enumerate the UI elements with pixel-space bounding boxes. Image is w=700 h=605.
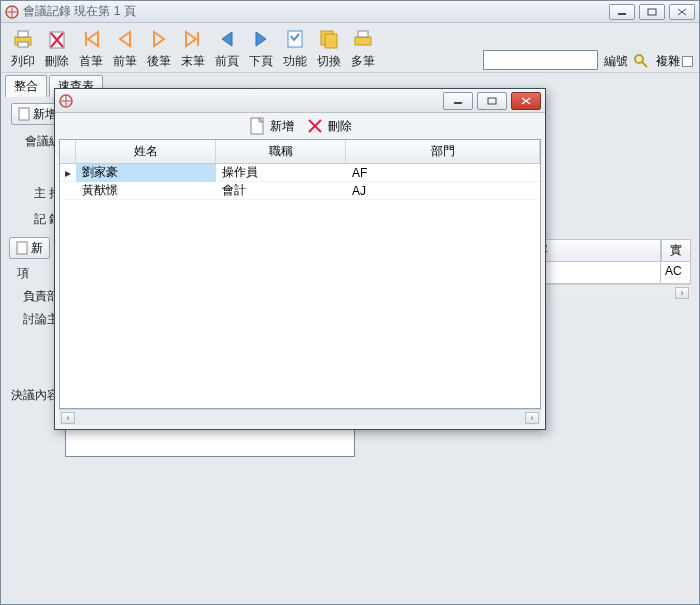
main-titlebar: 會議記錄 現在第 1 頁	[1, 1, 699, 23]
svg-point-26	[635, 55, 643, 63]
complex-toggle[interactable]: 複雜	[656, 53, 693, 70]
col-title[interactable]: 職稱	[216, 140, 346, 163]
grid-body[interactable]: ▸ 劉家豪 操作員 AF 黃猷憬 會計 AJ	[60, 164, 540, 408]
svg-marker-14	[88, 32, 98, 46]
globe-icon	[59, 94, 73, 108]
attendee-dialog: 新增 刪除 姓名 職稱 部門 ▸ 劉家豪 操作員 AF 黃猷憬 會計 AJ	[54, 88, 546, 430]
minimize-button[interactable]	[609, 4, 635, 20]
tb-delete[interactable]: 刪除	[41, 27, 73, 70]
dialog-maximize-button[interactable]	[477, 92, 507, 110]
svg-marker-20	[256, 32, 266, 46]
dialog-add-button[interactable]: 新增	[248, 117, 294, 135]
search-input[interactable]	[483, 50, 598, 70]
svg-rect-29	[17, 242, 27, 254]
col-name[interactable]: 姓名	[76, 140, 216, 163]
search-button[interactable]	[632, 52, 650, 70]
next-icon	[147, 27, 171, 51]
item-label: 項	[9, 265, 29, 282]
grid-row-selector-header	[60, 140, 76, 163]
plus-icon	[18, 107, 30, 121]
prev-page-icon	[215, 27, 239, 51]
main-toolbar: 列印 刪除 首筆 前筆 後筆 末筆 前頁 下頁	[1, 23, 699, 73]
delete-icon	[45, 27, 69, 51]
search-label: 編號	[604, 53, 628, 70]
scroll-left-icon[interactable]: ‹	[61, 412, 75, 424]
multi-icon	[351, 27, 375, 51]
tb-last[interactable]: 末筆	[177, 27, 209, 70]
discuss-label: 討論主	[9, 311, 59, 328]
dialog-delete-button[interactable]: 刪除	[306, 117, 352, 135]
svg-rect-8	[18, 31, 28, 37]
tb-prev-page[interactable]: 前頁	[211, 27, 243, 70]
dialog-close-button[interactable]	[511, 92, 541, 110]
col-impl: 實	[661, 239, 691, 262]
svg-rect-23	[325, 34, 337, 48]
maximize-button[interactable]	[639, 4, 665, 20]
first-icon	[79, 27, 103, 51]
grid-row[interactable]: 黃猷憬 會計 AJ	[60, 182, 540, 200]
function-icon	[283, 27, 307, 51]
new-doc-icon	[248, 117, 266, 135]
cell-name[interactable]: 劉家豪	[76, 164, 216, 182]
tb-multi[interactable]: 多筆	[347, 27, 379, 70]
grid-scroll-h[interactable]: ‹ ›	[59, 409, 541, 425]
close-button[interactable]	[669, 4, 695, 20]
tab-integrated[interactable]: 整合	[5, 75, 47, 97]
scroll-right-icon[interactable]: ›	[525, 412, 539, 424]
attendee-grid: 姓名 職稱 部門 ▸ 劉家豪 操作員 AF 黃猷憬 會計 AJ	[59, 139, 541, 409]
row-indicator-icon	[60, 190, 76, 192]
tb-prev[interactable]: 前筆	[109, 27, 141, 70]
printer-icon	[11, 27, 35, 51]
svg-marker-17	[186, 32, 196, 46]
detail-add-button[interactable]: 新	[9, 237, 50, 259]
svg-marker-16	[154, 32, 164, 46]
dialog-titlebar[interactable]	[55, 89, 545, 113]
resolve-label: 決議內容	[9, 387, 59, 404]
svg-marker-19	[222, 32, 232, 46]
last-icon	[181, 27, 205, 51]
dialog-minimize-button[interactable]	[443, 92, 473, 110]
plus-icon	[16, 241, 28, 255]
grid-row[interactable]: ▸ 劉家豪 操作員 AF	[60, 164, 540, 182]
svg-rect-9	[18, 42, 28, 47]
tb-print[interactable]: 列印	[7, 27, 39, 70]
svg-rect-24	[355, 37, 371, 45]
checkbox-icon	[682, 56, 693, 67]
delete-x-icon	[306, 117, 324, 135]
next-page-icon	[249, 27, 273, 51]
cell-title[interactable]: 會計	[216, 181, 346, 200]
tb-first[interactable]: 首筆	[75, 27, 107, 70]
grid-header: 姓名 職稱 部門	[60, 140, 540, 164]
switch-icon	[317, 27, 341, 51]
tb-next[interactable]: 後筆	[143, 27, 175, 70]
cell-title[interactable]: 操作員	[216, 164, 346, 182]
cell-dept[interactable]: AF	[346, 165, 540, 181]
right-row-impl[interactable]: AC	[661, 262, 691, 284]
scroll-right-icon[interactable]: ›	[675, 287, 689, 299]
svg-rect-34	[488, 98, 496, 104]
svg-rect-25	[358, 31, 368, 37]
col-dept[interactable]: 部門	[346, 140, 540, 163]
svg-line-27	[642, 62, 647, 67]
tb-function[interactable]: 功能	[279, 27, 311, 70]
row-indicator-icon: ▸	[60, 165, 76, 181]
window-controls	[609, 4, 695, 20]
app-icon	[5, 5, 19, 19]
tb-switch[interactable]: 切換	[313, 27, 345, 70]
window-title: 會議記錄 現在第 1 頁	[23, 3, 609, 20]
owner-label: 負責部	[9, 288, 59, 305]
cell-name[interactable]: 黃猷憬	[76, 181, 216, 200]
tb-next-page[interactable]: 下頁	[245, 27, 277, 70]
cell-dept[interactable]: AJ	[346, 183, 540, 199]
dialog-toolbar: 新增 刪除	[55, 113, 545, 139]
svg-rect-28	[19, 108, 29, 120]
prev-icon	[113, 27, 137, 51]
svg-rect-4	[648, 9, 656, 15]
svg-marker-15	[120, 32, 130, 46]
